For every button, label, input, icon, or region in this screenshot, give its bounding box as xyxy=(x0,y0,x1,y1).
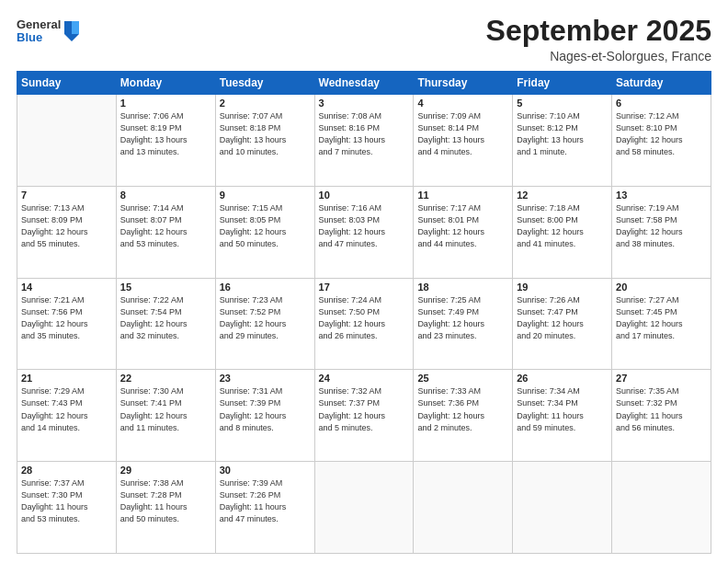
calendar-cell: 7Sunrise: 7:13 AM Sunset: 8:09 PM Daylig… xyxy=(17,186,117,278)
calendar-cell: 6Sunrise: 7:12 AM Sunset: 8:10 PM Daylig… xyxy=(612,95,711,187)
day-info: Sunrise: 7:37 AM Sunset: 7:30 PM Dayligh… xyxy=(21,477,112,525)
day-info: Sunrise: 7:07 AM Sunset: 8:18 PM Dayligh… xyxy=(220,110,311,158)
header: General Blue September 2025 Nages-et-Sol… xyxy=(17,15,711,63)
col-thursday: Thursday xyxy=(414,72,513,95)
day-number: 19 xyxy=(517,282,608,293)
day-number: 4 xyxy=(417,98,508,109)
title-block: September 2025 Nages-et-Solorgues, Franc… xyxy=(486,15,711,63)
calendar-cell xyxy=(612,462,711,554)
calendar-week-2: 7Sunrise: 7:13 AM Sunset: 8:09 PM Daylig… xyxy=(17,186,711,278)
calendar-cell: 26Sunrise: 7:34 AM Sunset: 7:34 PM Dayli… xyxy=(513,370,612,462)
day-number: 3 xyxy=(319,98,410,109)
calendar-cell: 21Sunrise: 7:29 AM Sunset: 7:43 PM Dayli… xyxy=(17,370,117,462)
day-info: Sunrise: 7:27 AM Sunset: 7:45 PM Dayligh… xyxy=(616,294,707,342)
svg-marker-1 xyxy=(72,21,79,34)
calendar-cell: 5Sunrise: 7:10 AM Sunset: 8:12 PM Daylig… xyxy=(513,95,612,187)
day-info: Sunrise: 7:38 AM Sunset: 7:28 PM Dayligh… xyxy=(120,477,211,525)
calendar-cell: 14Sunrise: 7:21 AM Sunset: 7:56 PM Dayli… xyxy=(17,278,117,370)
calendar-cell: 8Sunrise: 7:14 AM Sunset: 8:07 PM Daylig… xyxy=(116,186,215,278)
day-info: Sunrise: 7:39 AM Sunset: 7:26 PM Dayligh… xyxy=(220,477,311,525)
day-info: Sunrise: 7:29 AM Sunset: 7:43 PM Dayligh… xyxy=(21,385,112,433)
day-number: 10 xyxy=(319,190,410,201)
day-number: 29 xyxy=(120,465,211,476)
calendar-week-5: 28Sunrise: 7:37 AM Sunset: 7:30 PM Dayli… xyxy=(17,462,711,554)
day-info: Sunrise: 7:32 AM Sunset: 7:37 PM Dayligh… xyxy=(319,385,410,433)
day-number: 22 xyxy=(120,373,211,384)
calendar-cell: 3Sunrise: 7:08 AM Sunset: 8:16 PM Daylig… xyxy=(314,95,414,187)
day-info: Sunrise: 7:22 AM Sunset: 7:54 PM Dayligh… xyxy=(120,294,211,342)
day-info: Sunrise: 7:08 AM Sunset: 8:16 PM Dayligh… xyxy=(319,110,410,158)
logo-icon xyxy=(63,19,81,41)
day-number: 21 xyxy=(21,373,112,384)
calendar-cell xyxy=(314,462,414,554)
calendar-cell: 16Sunrise: 7:23 AM Sunset: 7:52 PM Dayli… xyxy=(215,278,314,370)
calendar-cell: 2Sunrise: 7:07 AM Sunset: 8:18 PM Daylig… xyxy=(215,95,314,187)
calendar-cell: 25Sunrise: 7:33 AM Sunset: 7:36 PM Dayli… xyxy=(414,370,513,462)
calendar-cell xyxy=(17,95,117,187)
calendar-cell: 24Sunrise: 7:32 AM Sunset: 7:37 PM Dayli… xyxy=(314,370,414,462)
calendar-cell: 17Sunrise: 7:24 AM Sunset: 7:50 PM Dayli… xyxy=(314,278,414,370)
day-number: 16 xyxy=(220,282,311,293)
day-number: 25 xyxy=(417,373,508,384)
calendar-cell: 28Sunrise: 7:37 AM Sunset: 7:30 PM Dayli… xyxy=(17,462,117,554)
day-number: 9 xyxy=(220,190,311,201)
day-number: 12 xyxy=(517,190,608,201)
calendar-table: Sunday Monday Tuesday Wednesday Thursday… xyxy=(17,71,711,554)
day-number: 1 xyxy=(120,98,211,109)
day-number: 28 xyxy=(21,465,112,476)
day-number: 11 xyxy=(417,190,508,201)
logo-blue: Blue xyxy=(17,31,61,44)
day-info: Sunrise: 7:34 AM Sunset: 7:34 PM Dayligh… xyxy=(517,385,608,433)
day-number: 27 xyxy=(616,373,707,384)
day-number: 15 xyxy=(120,282,211,293)
day-number: 17 xyxy=(319,282,410,293)
day-number: 7 xyxy=(21,190,112,201)
calendar-week-1: 1Sunrise: 7:06 AM Sunset: 8:19 PM Daylig… xyxy=(17,95,711,187)
calendar-cell: 15Sunrise: 7:22 AM Sunset: 7:54 PM Dayli… xyxy=(116,278,215,370)
day-info: Sunrise: 7:30 AM Sunset: 7:41 PM Dayligh… xyxy=(120,385,211,433)
day-info: Sunrise: 7:16 AM Sunset: 8:03 PM Dayligh… xyxy=(319,202,410,250)
day-number: 30 xyxy=(220,465,311,476)
calendar-cell: 27Sunrise: 7:35 AM Sunset: 7:32 PM Dayli… xyxy=(612,370,711,462)
page: General Blue September 2025 Nages-et-Sol… xyxy=(0,0,728,563)
day-info: Sunrise: 7:33 AM Sunset: 7:36 PM Dayligh… xyxy=(417,385,508,433)
calendar-cell: 18Sunrise: 7:25 AM Sunset: 7:49 PM Dayli… xyxy=(414,278,513,370)
calendar-cell: 23Sunrise: 7:31 AM Sunset: 7:39 PM Dayli… xyxy=(215,370,314,462)
calendar-cell: 13Sunrise: 7:19 AM Sunset: 7:58 PM Dayli… xyxy=(612,186,711,278)
calendar-cell: 12Sunrise: 7:18 AM Sunset: 8:00 PM Dayli… xyxy=(513,186,612,278)
day-info: Sunrise: 7:25 AM Sunset: 7:49 PM Dayligh… xyxy=(417,294,508,342)
day-info: Sunrise: 7:14 AM Sunset: 8:07 PM Dayligh… xyxy=(120,202,211,250)
col-monday: Monday xyxy=(116,72,215,95)
day-number: 18 xyxy=(417,282,508,293)
day-info: Sunrise: 7:23 AM Sunset: 7:52 PM Dayligh… xyxy=(220,294,311,342)
calendar-cell: 30Sunrise: 7:39 AM Sunset: 7:26 PM Dayli… xyxy=(215,462,314,554)
day-number: 14 xyxy=(21,282,112,293)
calendar-cell xyxy=(513,462,612,554)
day-number: 20 xyxy=(616,282,707,293)
calendar-cell: 20Sunrise: 7:27 AM Sunset: 7:45 PM Dayli… xyxy=(612,278,711,370)
day-info: Sunrise: 7:19 AM Sunset: 7:58 PM Dayligh… xyxy=(616,202,707,250)
day-info: Sunrise: 7:26 AM Sunset: 7:47 PM Dayligh… xyxy=(517,294,608,342)
day-info: Sunrise: 7:15 AM Sunset: 8:05 PM Dayligh… xyxy=(220,202,311,250)
location: Nages-et-Solorgues, France xyxy=(486,49,711,63)
day-info: Sunrise: 7:12 AM Sunset: 8:10 PM Dayligh… xyxy=(616,110,707,158)
calendar-cell: 10Sunrise: 7:16 AM Sunset: 8:03 PM Dayli… xyxy=(314,186,414,278)
day-info: Sunrise: 7:24 AM Sunset: 7:50 PM Dayligh… xyxy=(319,294,410,342)
calendar-cell: 22Sunrise: 7:30 AM Sunset: 7:41 PM Dayli… xyxy=(116,370,215,462)
day-number: 26 xyxy=(517,373,608,384)
calendar-cell xyxy=(414,462,513,554)
day-number: 8 xyxy=(120,190,211,201)
day-info: Sunrise: 7:06 AM Sunset: 8:19 PM Dayligh… xyxy=(120,110,211,158)
day-info: Sunrise: 7:10 AM Sunset: 8:12 PM Dayligh… xyxy=(517,110,608,158)
logo-general: General xyxy=(17,18,61,31)
calendar-cell: 19Sunrise: 7:26 AM Sunset: 7:47 PM Dayli… xyxy=(513,278,612,370)
calendar-cell: 29Sunrise: 7:38 AM Sunset: 7:28 PM Dayli… xyxy=(116,462,215,554)
day-info: Sunrise: 7:35 AM Sunset: 7:32 PM Dayligh… xyxy=(616,385,707,433)
calendar-cell: 11Sunrise: 7:17 AM Sunset: 8:01 PM Dayli… xyxy=(414,186,513,278)
day-info: Sunrise: 7:17 AM Sunset: 8:01 PM Dayligh… xyxy=(417,202,508,250)
col-sunday: Sunday xyxy=(17,72,117,95)
calendar-week-4: 21Sunrise: 7:29 AM Sunset: 7:43 PM Dayli… xyxy=(17,370,711,462)
calendar-week-3: 14Sunrise: 7:21 AM Sunset: 7:56 PM Dayli… xyxy=(17,278,711,370)
day-number: 23 xyxy=(220,373,311,384)
month-title: September 2025 xyxy=(486,15,711,47)
